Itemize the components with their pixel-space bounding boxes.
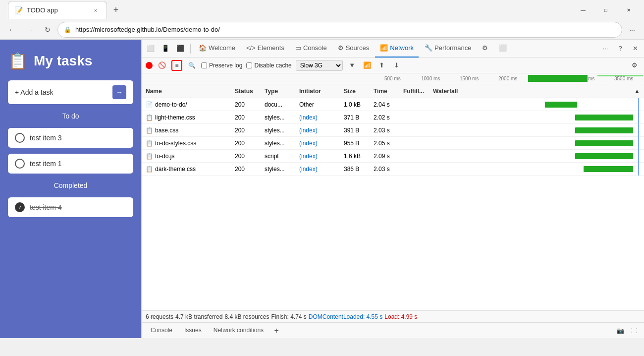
task-item-todo-0[interactable]: test item 3 <box>8 128 133 148</box>
row-4-wf-bar <box>575 153 633 159</box>
tab-welcome[interactable]: 🏠 Welcome <box>194 40 240 58</box>
timeline-bar-0 <box>528 75 588 82</box>
row-2-initiator[interactable]: (index) <box>295 127 340 134</box>
todo-section-label: To do <box>8 110 133 122</box>
row-2-size: 391 B <box>340 127 370 134</box>
row-3-size: 955 B <box>340 140 370 147</box>
task-checkbox-completed-0[interactable] <box>15 202 25 212</box>
table-row-1[interactable]: 📋 light-theme.css 200 styles... (index) … <box>142 111 644 124</box>
add-task-label: + Add a task <box>15 88 53 96</box>
settings-icon: ⚙ <box>482 44 488 52</box>
waterfall-sort-icon[interactable]: ▲ <box>634 88 640 95</box>
devtools-help-button[interactable]: ? <box>613 42 627 56</box>
task-checkbox-1[interactable] <box>15 159 25 169</box>
preserve-log-input[interactable] <box>201 62 207 68</box>
disable-cache-input[interactable] <box>246 62 252 68</box>
col-header-initiator[interactable]: Initiator <box>295 88 340 95</box>
inspect-element-button[interactable]: ⬜ <box>144 42 158 56</box>
record-button[interactable] <box>146 62 153 69</box>
more-button[interactable]: ··· <box>624 22 640 38</box>
row-3-initiator-link[interactable]: (index) <box>299 140 318 147</box>
dock-button[interactable]: ⬛ <box>173 42 187 56</box>
download-icon[interactable]: ⬇ <box>391 60 402 71</box>
task-checkbox-0[interactable] <box>15 133 25 143</box>
row-1-initiator-link[interactable]: (index) <box>299 114 318 121</box>
back-button[interactable]: ← <box>4 22 20 38</box>
screenshot-icon[interactable]: 📷 <box>614 325 626 337</box>
tab-close-button[interactable]: × <box>91 5 101 15</box>
bottom-tab-network-conditions[interactable]: Network conditions <box>209 325 268 337</box>
sources-icon: ⚙ <box>338 44 344 52</box>
task-item-todo-1[interactable]: test item 1 <box>8 154 133 174</box>
active-tab[interactable]: 📝 TODO app × <box>8 1 107 19</box>
row-5-initiator-link[interactable]: (index) <box>299 166 318 173</box>
welcome-icon: 🏠 <box>199 44 207 52</box>
restore-button[interactable]: □ <box>594 2 617 18</box>
row-2-initiator-link[interactable]: (index) <box>299 127 318 134</box>
table-row-5[interactable]: 📋 dark-theme.css 200 styles... (index) 3… <box>142 163 644 176</box>
col-header-name[interactable]: Name <box>142 88 231 95</box>
col-header-type[interactable]: Type <box>261 88 295 95</box>
col-header-time[interactable]: Time <box>370 88 399 95</box>
search-button[interactable]: 🔍 <box>186 60 197 71</box>
tab-console[interactable]: ▭ Console <box>290 40 332 58</box>
network-settings-icon[interactable]: ⚙ <box>629 60 640 71</box>
tab-elements[interactable]: </> Elements <box>241 40 289 58</box>
devtools-panel: ⬜ 📱 ⬛ 🏠 Welcome </> Elements ▭ Console ⚙… <box>141 40 644 338</box>
clear-button[interactable]: 🚫 <box>157 60 167 71</box>
table-row-3[interactable]: 📋 to-do-styles.css 200 styles... (index)… <box>142 137 644 150</box>
col-header-fulfill[interactable]: Fulfill... <box>399 88 429 95</box>
row-5-timeline-marker <box>638 163 639 176</box>
row-1-wf-bar <box>575 115 633 120</box>
bottom-tab-console[interactable]: Console <box>146 325 177 337</box>
minimize-button[interactable]: — <box>572 2 594 18</box>
row-5-initiator[interactable]: (index) <box>295 166 340 173</box>
filter-button[interactable]: ≡ <box>171 60 182 71</box>
ruler-tick-3500: 3500 ms <box>614 76 633 81</box>
new-tab-button[interactable]: + <box>107 1 125 19</box>
forward-button[interactable]: → <box>22 22 38 38</box>
col-header-status[interactable]: Status <box>231 88 261 95</box>
add-task-button[interactable]: + Add a task → <box>8 80 133 104</box>
refresh-button[interactable]: ↻ <box>40 22 55 38</box>
row-3-initiator[interactable]: (index) <box>295 140 340 147</box>
row-5-waterfall <box>429 163 644 176</box>
row-4-file-icon: 📋 <box>146 153 153 160</box>
tab-welcome-label: Welcome <box>209 44 235 52</box>
table-row-0[interactable]: 📄 demo-to-do/ 200 docu... Other 1.0 kB 2… <box>142 98 644 111</box>
table-row-4[interactable]: 📋 to-do.js 200 script (index) 1.6 kB 2.0… <box>142 150 644 163</box>
status-bar: 6 requests 4.7 kB transferred 8.4 kB res… <box>142 310 644 322</box>
row-4-initiator-link[interactable]: (index) <box>299 153 318 160</box>
devtools-more-button[interactable]: ··· <box>598 42 612 56</box>
tab-network[interactable]: 📶 Network <box>375 40 419 58</box>
tab-sources[interactable]: ⚙ Sources <box>333 40 375 58</box>
row-4-initiator[interactable]: (index) <box>295 153 340 160</box>
upload-icon[interactable]: ⬆ <box>376 60 387 71</box>
status-transferred: 4.7 kB transferred <box>175 313 222 320</box>
row-5-size: 386 B <box>340 166 370 173</box>
status-requests: 6 requests <box>146 313 173 320</box>
devtools-close-button[interactable]: ✕ <box>628 42 642 56</box>
table-row-2[interactable]: 📋 base.css 200 styles... (index) 391 B 2… <box>142 124 644 137</box>
throttle-select[interactable]: Slow 3G Fast 3G No throttling Offline <box>296 60 343 71</box>
throttle-dropdown[interactable]: ▼ <box>347 60 358 71</box>
tab-settings[interactable]: ⚙ <box>477 40 493 58</box>
completed-section-label: Completed <box>8 179 133 191</box>
col-header-size[interactable]: Size <box>340 88 370 95</box>
bottom-tab-add-button[interactable]: + <box>270 325 282 337</box>
preserve-log-checkbox[interactable]: Preserve log <box>201 62 242 69</box>
task-item-completed-0[interactable]: test item 4 <box>8 197 133 217</box>
device-emulation-button[interactable]: 📱 <box>159 42 172 56</box>
close-button[interactable]: ✕ <box>617 2 640 18</box>
tab-performance[interactable]: 🔧 Performance <box>420 40 476 58</box>
fullscreen-icon[interactable]: ⛶ <box>628 325 640 337</box>
address-bar[interactable]: 🔒 https://microsoftedge.github.io/Demos/… <box>57 22 622 38</box>
col-header-waterfall[interactable]: Waterfall ▲ <box>429 88 644 95</box>
row-4-type: script <box>261 153 295 160</box>
disable-cache-checkbox[interactable]: Disable cache <box>246 62 291 69</box>
row-1-initiator[interactable]: (index) <box>295 114 340 121</box>
bottom-tab-issues[interactable]: Issues <box>179 325 207 337</box>
row-5-name-text: dark-theme.css <box>155 166 196 173</box>
tab-emulation[interactable]: ⬜ <box>494 40 512 58</box>
status-load: Load: 4.99 s <box>384 313 417 320</box>
